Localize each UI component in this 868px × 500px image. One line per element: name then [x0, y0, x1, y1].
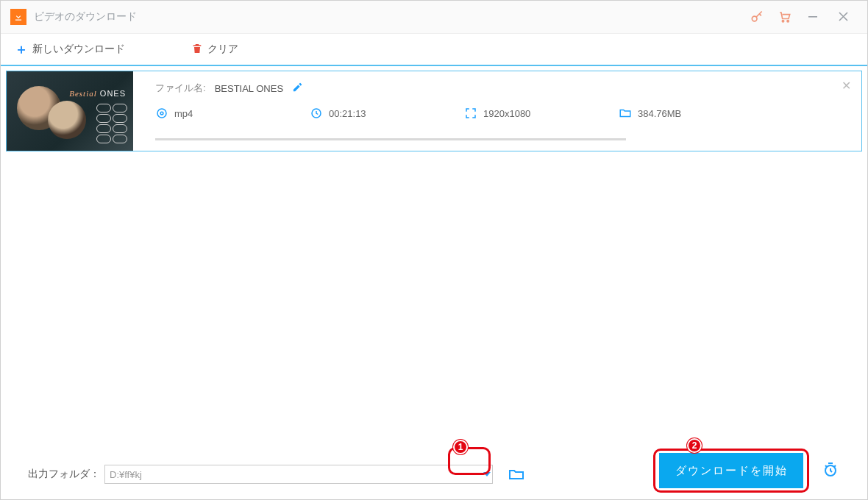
meta-format: mp4 [155, 107, 243, 120]
thumbnail: Bestial ONES [7, 71, 133, 151]
edit-filename-icon[interactable] [292, 82, 303, 95]
output-folder-label: 出力フォルダ： [28, 468, 100, 481]
svg-point-2 [787, 20, 789, 21]
new-download-label: 新しいダウンロード [32, 43, 125, 56]
meta-resolution: 1920x1080 [464, 107, 552, 120]
filename-label: ファイル名: [155, 82, 206, 95]
expand-icon [464, 107, 477, 120]
format-value: mp4 [174, 108, 193, 119]
item-body: ファイル名: BESTIAL ONES mp4 00:21:13 1920x10… [133, 71, 861, 151]
svg-point-1 [782, 20, 783, 21]
filename: BESTIAL ONES [215, 83, 283, 94]
thumbnail-caption: Bestial ONES [69, 89, 126, 98]
folder-icon [619, 107, 632, 120]
clear-label: クリア [207, 43, 238, 56]
cart-icon[interactable] [771, 4, 799, 30]
svg-rect-3 [808, 16, 817, 18]
app-logo-icon [10, 9, 26, 25]
meta-size: 384.76MB [619, 107, 707, 120]
bottom-bar: 出力フォルダ： D:¥ff¥kj ダウンロードを開始 [0, 449, 868, 500]
resolution-value: 1920x1080 [483, 108, 530, 119]
schedule-button[interactable] [818, 457, 843, 482]
remove-item-button[interactable]: ✕ [842, 79, 851, 93]
output-folder-path: D:¥ff¥kj [110, 469, 142, 480]
progress-bar [155, 138, 626, 140]
duration-value: 00:21:13 [329, 108, 366, 119]
minimize-button[interactable] [799, 4, 828, 30]
plus-icon: ＋ [15, 43, 28, 56]
titlebar: ビデオのダウンロード [0, 0, 868, 34]
new-download-button[interactable]: ＋ 新しいダウンロード [15, 43, 125, 56]
start-download-button[interactable]: ダウンロードを開始 [659, 453, 803, 488]
start-download-label: ダウンロードを開始 [675, 464, 788, 478]
svg-point-0 [752, 16, 757, 21]
clock-icon [310, 107, 323, 120]
svg-point-4 [157, 109, 166, 118]
close-button[interactable] [828, 4, 858, 30]
meta-duration: 00:21:13 [310, 107, 398, 120]
clear-button[interactable]: クリア [191, 43, 238, 57]
key-icon[interactable] [743, 4, 771, 30]
browse-folder-button[interactable] [506, 464, 527, 485]
toolbar: ＋ 新しいダウンロード クリア [0, 34, 868, 66]
window-title: ビデオのダウンロード [34, 10, 137, 24]
thumbnail-laurels [96, 104, 130, 143]
download-item: Bestial ONES ファイル名: BESTIAL ONES mp4 00:… [6, 71, 862, 151]
dropdown-arrow-icon[interactable] [483, 472, 491, 476]
size-value: 384.76MB [638, 108, 681, 119]
trash-icon [191, 43, 203, 57]
svg-point-5 [160, 112, 163, 115]
output-folder-input[interactable]: D:¥ff¥kj [104, 465, 493, 484]
disc-icon [155, 107, 168, 120]
